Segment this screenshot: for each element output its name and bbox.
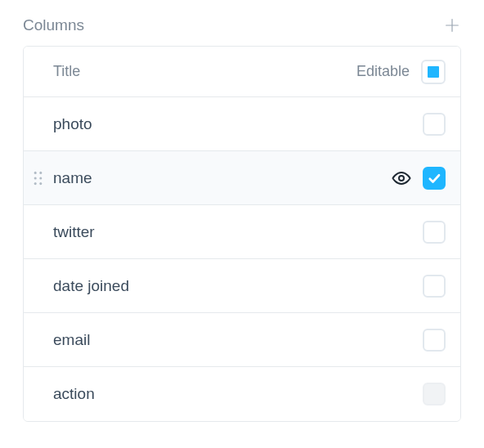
editable-checkbox[interactable] <box>423 221 446 244</box>
editable-checkbox[interactable] <box>423 383 446 405</box>
section-header: Columns <box>23 16 461 34</box>
svg-point-6 <box>34 182 37 185</box>
columns-table: Title Editable photo name <box>23 46 461 422</box>
plus-icon <box>443 16 461 34</box>
editable-checkbox[interactable] <box>423 167 446 190</box>
table-row: action <box>24 367 460 421</box>
table-row: email <box>24 313 460 367</box>
add-column-button[interactable] <box>443 16 461 34</box>
eye-icon <box>392 168 411 188</box>
table-row: photo <box>24 97 460 151</box>
column-title: email <box>53 331 423 349</box>
visibility-toggle[interactable] <box>392 168 411 188</box>
column-title: name <box>53 169 392 187</box>
check-icon <box>427 171 441 186</box>
table-header-row: Title Editable <box>24 47 460 97</box>
svg-point-5 <box>39 177 42 179</box>
title-header: Title <box>53 63 356 80</box>
table-row: twitter <box>24 205 460 259</box>
table-row: name <box>24 151 460 205</box>
editable-checkbox[interactable] <box>423 329 446 352</box>
column-title: twitter <box>53 223 423 241</box>
editable-checkbox[interactable] <box>423 113 446 136</box>
svg-point-8 <box>399 176 404 181</box>
table-row: date joined <box>24 259 460 313</box>
section-title: Columns <box>23 16 84 34</box>
column-title: action <box>53 385 423 403</box>
select-all-checkbox[interactable] <box>421 60 446 84</box>
svg-point-7 <box>39 182 42 185</box>
editable-checkbox[interactable] <box>423 275 446 298</box>
svg-point-4 <box>34 177 37 179</box>
column-title: photo <box>53 115 423 133</box>
svg-point-3 <box>39 171 42 173</box>
indeterminate-indicator <box>428 66 439 78</box>
svg-point-2 <box>34 171 37 173</box>
column-title: date joined <box>53 277 423 295</box>
drag-handle-icon[interactable] <box>34 171 43 186</box>
editable-header: Editable <box>356 63 410 80</box>
